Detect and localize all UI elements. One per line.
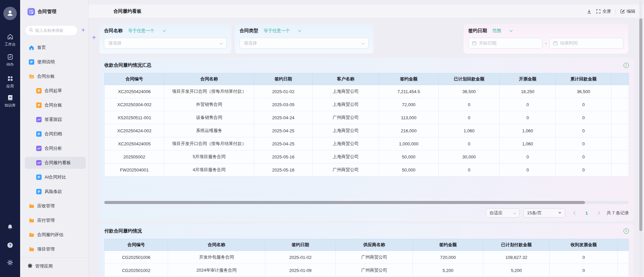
filter-operator-button[interactable]: 等于任意一个 [264, 28, 301, 34]
rail-item-apps[interactable]: 应用 [0, 75, 20, 89]
contract-app-icon [28, 8, 35, 15]
table-cell: 0 [556, 98, 611, 111]
info-icon[interactable]: i [624, 228, 629, 234]
current-page[interactable]: 1 [585, 211, 588, 216]
manage-apps-button[interactable]: 管理应用 [28, 262, 53, 271]
sidebar-item-contract-ledger[interactable]: 合同台账 [25, 99, 86, 111]
knowledge-ai-book-icon: AI [7, 94, 13, 101]
end-date-input[interactable]: 结束时间 [549, 38, 624, 49]
sidebar-item-instructions[interactable]: 使用说明 [25, 56, 86, 68]
user-avatar[interactable] [3, 7, 17, 20]
sidebar-item-project-mgmt[interactable]: 项目管理 [25, 243, 86, 255]
sidebar-item-payable-mgmt[interactable]: 应付管理 [25, 214, 86, 226]
sidebar-item-label: 应收管理 [37, 203, 55, 209]
sidebar-item-performance-dashboard[interactable]: 合同履约看板 [25, 157, 86, 169]
chart-purple-icon [36, 146, 42, 151]
toolbar-divider [615, 9, 616, 14]
notifications-bell-icon[interactable] [0, 224, 20, 230]
contract-type-select[interactable]: 请选择 [239, 38, 369, 49]
table-cell: FW202504001 [105, 163, 164, 177]
sidebar-item-risk-clauses[interactable]: 风险条款 [25, 186, 86, 198]
rail-item-knowledge[interactable]: AI 知识库 [0, 94, 20, 108]
folder-icon [29, 232, 34, 237]
sidebar-item-label: 合同归档 [45, 131, 62, 137]
table-cell: 系统运维服务 [164, 124, 254, 137]
table-cell: 2025-05-16 [254, 163, 313, 177]
table-row: CG202501006开发外包服务合同2025-01-02广州商贸公司720,0… [105, 251, 629, 264]
download-button[interactable] [587, 9, 592, 14]
edit-button[interactable]: 编辑 [620, 8, 635, 14]
table-cell: CG202501006 [105, 251, 168, 264]
page-size-select[interactable]: 15条/页 [523, 208, 565, 218]
table-cell: 216,000 [379, 124, 439, 137]
page-title: 合同履约看板 [113, 8, 142, 14]
home-icon [29, 45, 34, 50]
fit-mode-select[interactable]: 自适应 [486, 208, 520, 218]
filter-label: 签约日期 [468, 28, 487, 34]
table-cell: 4月项目服务合同 [164, 163, 254, 177]
sidebar-item-ai-contract-compare[interactable]: AI合同对比 [25, 171, 86, 183]
table-cell: 2025-04-24 [254, 111, 313, 124]
table-cell: 1,060 [500, 124, 556, 137]
search-input[interactable] [35, 28, 72, 33]
table-cell: 72,000 [379, 98, 439, 111]
table-cell: 0 [556, 111, 611, 124]
sidebar-item-contract-ledger-group[interactable]: 合同台账 [25, 70, 86, 82]
contract-name-select[interactable]: 请选择 [104, 38, 227, 49]
sidebar-item-receivable-mgmt[interactable]: 应收管理 [25, 200, 86, 212]
start-date-input[interactable]: 开始日期 [468, 38, 542, 49]
table-cell [611, 124, 629, 137]
table-cell: 上海商贸公司 [313, 137, 379, 150]
sidebar-item-signing-tracking[interactable]: 签署跟踪 [25, 114, 86, 126]
table-cell: 上海商贸公司 [313, 98, 379, 111]
page-topbar: 合同履约看板 全屏 编辑 [89, 4, 644, 18]
table-cell: 2025-01-02 [265, 251, 336, 264]
help-icon[interactable]: ? [0, 242, 20, 249]
search-icon [29, 27, 33, 33]
table-row: FW2025040014月项目服务合同2025-05-16广州商贸公司50,00… [105, 163, 629, 177]
folder-icon [29, 203, 34, 209]
rail-item-workbench[interactable]: 工作台 [0, 33, 20, 47]
add-filter-button[interactable]: + [91, 34, 97, 41]
table-cell: 113,000 [379, 111, 439, 124]
table-cell: XC20250424006 [105, 85, 164, 98]
column-header: 累计回款金额 [556, 73, 611, 85]
rail-item-label: 待办 [6, 62, 14, 67]
prev-page-button[interactable] [574, 212, 577, 214]
sidebar-item-contract-archive[interactable]: 合同归档 [25, 128, 86, 140]
table-cell: 广州商贸公司 [313, 163, 379, 177]
table-cell: 广州商贸公司 [336, 264, 413, 277]
download-icon [587, 9, 592, 14]
folder-icon [29, 247, 34, 252]
add-button[interactable]: + [80, 27, 87, 33]
table-cell: 0 [556, 150, 611, 163]
fullscreen-button[interactable]: 全屏 [596, 8, 611, 14]
table-cell [611, 150, 629, 163]
settings-gear-icon[interactable] [0, 259, 20, 266]
rail-item-todo[interactable]: 待办 [0, 54, 20, 67]
sidebar-item-home[interactable]: 首页 [25, 42, 86, 54]
sidebar-search[interactable] [25, 26, 77, 35]
info-icon[interactable]: i [624, 63, 629, 68]
table-row: 2025050025月项目服务合同2025-05-16上海商贸公司50,0003… [105, 150, 629, 163]
chevron-down-icon [362, 41, 365, 45]
workbench-home-icon [7, 33, 13, 41]
filter-operator-button[interactable]: 范围 [492, 28, 512, 34]
sidebar-item-contract-draft[interactable]: 合同起草 [25, 85, 86, 97]
table-cell: 5,200 [413, 264, 483, 277]
triangle-down-icon [558, 212, 561, 214]
horizontal-scrollbar-thumb[interactable] [104, 201, 585, 204]
table-cell: 0 [500, 98, 556, 111]
folder-icon [29, 218, 34, 223]
filter-operator-button[interactable]: 等于任意一个 [128, 28, 165, 34]
sidebar-item-contract-analysis[interactable]: 合同分析 [25, 142, 86, 154]
svg-text:AI: AI [9, 96, 11, 98]
table-cell: 0 [556, 124, 611, 137]
table-cell: XS20250511-001 [105, 111, 164, 124]
vertical-scrollbar-thumb[interactable] [639, 18, 642, 231]
table-cell: 720,000 [413, 251, 483, 264]
rail-item-label: 应用 [6, 84, 14, 89]
person-icon [6, 9, 14, 18]
sidebar-item-performance-eval[interactable]: 合同履约评估 [25, 229, 86, 241]
next-page-button[interactable] [597, 212, 599, 214]
